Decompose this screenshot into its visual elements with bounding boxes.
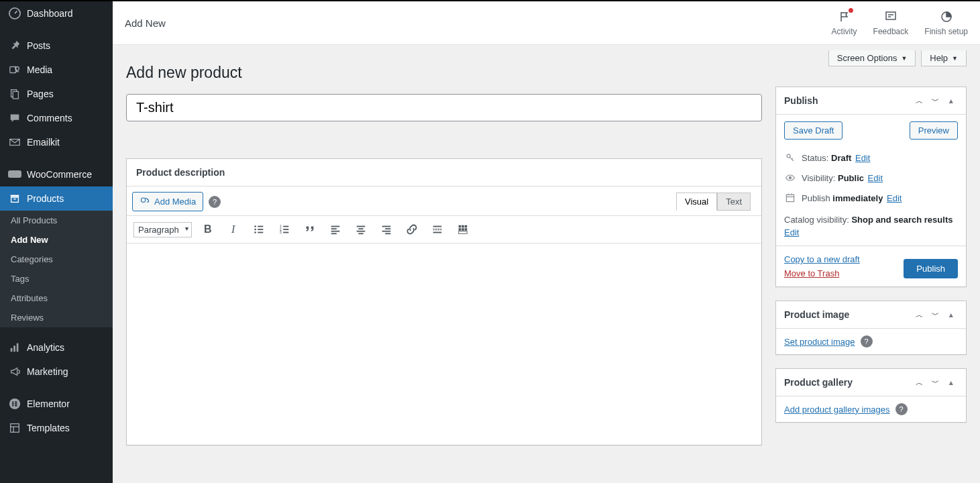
edit-visibility-link[interactable]: Edit [868,173,883,183]
submenu-reviews[interactable]: Reviews [0,308,113,327]
sidebar-item-label: Emailkit [27,137,60,148]
toolbar-toggle-button[interactable] [453,220,472,239]
align-right-button[interactable] [377,220,396,239]
bold-button[interactable]: B [199,220,217,239]
move-to-trash-link[interactable]: Move to Trash [784,268,860,278]
bullet-list-button[interactable] [250,220,268,239]
notification-dot [849,8,853,13]
svg-rect-51 [433,229,441,230]
preview-button[interactable]: Preview [910,121,958,140]
flag-icon [837,9,852,24]
editor-tab-visual[interactable]: Visual [676,193,717,211]
edit-catalog-link[interactable]: Edit [784,227,958,237]
svg-rect-37 [283,232,288,233]
svg-rect-35 [283,229,288,230]
svg-rect-44 [356,231,365,232]
svg-rect-7 [11,195,19,197]
help-icon[interactable]: ? [861,335,873,347]
submenu-all-products[interactable]: All Products [0,211,113,230]
submenu-categories[interactable]: Categories [0,250,113,269]
move-down-icon[interactable]: ﹀ [928,94,942,107]
add-media-button[interactable]: Add Media [132,192,203,211]
blockquote-button[interactable] [301,220,319,239]
submenu-attributes[interactable]: Attributes [0,288,113,308]
svg-point-25 [141,198,145,202]
woo-icon [8,168,21,181]
edit-date-link[interactable]: Edit [887,193,902,203]
svg-rect-59 [464,228,467,231]
screen-options-toggle[interactable]: Screen Options▼ [828,50,916,66]
svg-rect-39 [331,228,336,229]
sidebar-item-label: Products [27,193,64,204]
product-description-box: Product description Add Media ? Visual T… [126,158,762,445]
chevron-down-icon: ▼ [901,55,907,62]
metabox-title: Product gallery [784,377,853,388]
help-icon[interactable]: ? [209,196,221,208]
sidebar-item-label: Analytics [27,342,64,353]
sidebar-item-templates[interactable]: Templates [0,416,113,440]
sidebar-item-analytics[interactable]: Analytics [0,335,113,360]
submenu-add-new[interactable]: Add New [0,230,113,250]
svg-rect-42 [356,226,365,227]
italic-button[interactable]: I [224,220,243,239]
numbered-list-button[interactable]: 123 [275,220,294,239]
sidebar-item-label: Media [27,64,52,75]
publish-button[interactable]: Publish [904,259,958,278]
copy-draft-link[interactable]: Copy to a new draft [784,254,860,264]
toggle-panel-icon[interactable]: ▴ [944,376,958,389]
move-down-icon[interactable]: ﹀ [928,376,942,389]
sidebar-item-posts[interactable]: Posts [0,34,113,58]
save-draft-button[interactable]: Save Draft [784,121,842,140]
topbar-feedback[interactable]: Feedback [873,9,909,36]
product-title-input[interactable] [126,94,762,121]
topbar-action-label: Activity [832,27,857,36]
toggle-panel-icon[interactable]: ▴ [944,94,958,107]
topbar-activity[interactable]: Activity [832,9,857,36]
align-left-button[interactable] [326,220,345,239]
edit-status-link[interactable]: Edit [855,153,870,163]
add-gallery-images-link[interactable]: Add product gallery images [784,405,890,415]
move-down-icon[interactable]: ﹀ [928,308,942,321]
sidebar-item-comments[interactable]: Comments [0,106,113,130]
align-center-button[interactable] [351,220,370,239]
sidebar-item-products[interactable]: Products [0,186,113,211]
sidebar-item-marketing[interactable]: Marketing [0,360,113,384]
svg-rect-63 [786,195,794,201]
elementor-icon [8,397,21,411]
svg-rect-55 [461,225,464,228]
toggle-panel-icon[interactable]: ▴ [944,308,958,321]
sidebar-item-woocommerce[interactable]: WooCommerce [0,162,113,186]
postbox-title: Product description [136,167,225,178]
svg-rect-14 [12,401,13,406]
pages-icon [8,87,21,101]
product-gallery-metabox: Product gallery ︿ ﹀ ▴ Add product galler… [775,368,967,423]
sidebar-item-elementor[interactable]: Elementor [0,392,113,416]
paragraph-select[interactable]: Paragraph [133,222,192,237]
help-toggle[interactable]: Help▼ [921,50,967,66]
sidebar-item-emailkit[interactable]: Emailkit [0,130,113,154]
sidebar-item-label: Comments [27,113,72,123]
topbar-finish-setup[interactable]: Finish setup [924,9,968,36]
editor-canvas[interactable] [127,244,761,445]
sidebar-item-label: Pages [27,89,54,99]
metabox-title: Product image [784,309,849,320]
set-product-image-link[interactable]: Set product image [784,337,855,347]
sidebar-item-dashboard[interactable]: Dashboard [0,1,113,25]
sidebar-item-media[interactable]: Media [0,58,113,82]
sidebar-item-label: WooCommerce [27,169,92,180]
editor-tab-text[interactable]: Text [717,193,751,211]
svg-rect-6 [8,170,21,178]
megaphone-icon [8,365,21,378]
svg-rect-17 [15,405,17,407]
move-up-icon[interactable]: ︿ [912,376,926,389]
help-icon[interactable]: ? [895,403,908,415]
submenu-tags[interactable]: Tags [0,269,113,288]
read-more-button[interactable] [428,220,447,239]
svg-rect-43 [358,228,363,229]
move-up-icon[interactable]: ︿ [912,94,926,107]
archive-icon [8,192,21,205]
sidebar-item-pages[interactable]: Pages [0,82,113,106]
link-button[interactable] [402,220,421,239]
svg-rect-21 [886,12,895,19]
move-up-icon[interactable]: ︿ [912,308,926,321]
